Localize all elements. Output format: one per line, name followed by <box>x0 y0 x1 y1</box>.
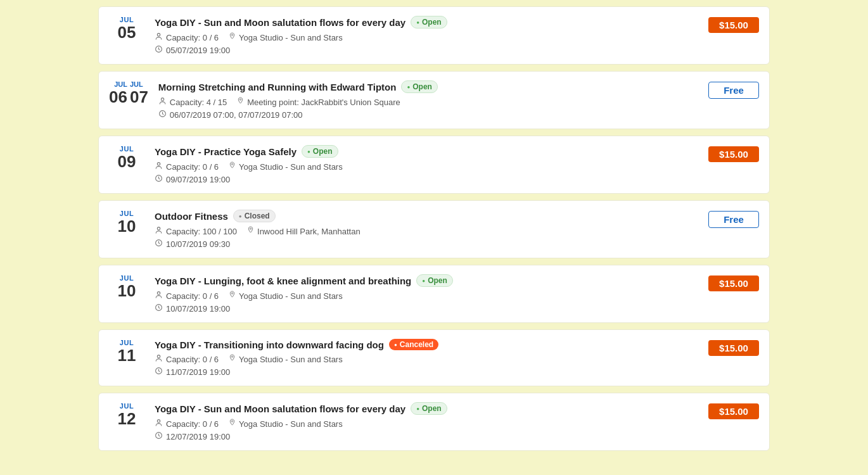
capacity-text: Capacity: 4 / 15 <box>170 98 227 107</box>
day-label: 06 <box>109 88 127 106</box>
event-meta: Capacity: 4 / 15 Meeting point: JackRabb… <box>158 97 698 107</box>
event-meta: Capacity: 0 / 6 Yoga Studio - Sun and St… <box>155 162 698 172</box>
capacity-item: Capacity: 0 / 6 <box>155 419 219 429</box>
event-card[interactable]: JUL 12 Yoga DIY - Sun and Moon salutatio… <box>98 393 770 451</box>
day-label: 10 <box>118 217 136 236</box>
event-card[interactable]: JUL 05 Yoga DIY - Sun and Moon salutatio… <box>98 6 770 65</box>
location-icon <box>229 32 236 42</box>
price-area: Free <box>708 210 759 228</box>
svg-point-18 <box>157 420 160 422</box>
event-meta: Capacity: 0 / 6 Yoga Studio - Sun and St… <box>155 291 698 301</box>
event-card[interactable]: JUL 10 Yoga DIY - Lunging, foot & knee a… <box>98 265 770 323</box>
location-icon <box>229 291 236 301</box>
svg-point-10 <box>250 228 251 229</box>
date-badge: JUL 10 <box>109 274 144 300</box>
datetime-text: 09/07/2019 19:00 <box>166 175 230 184</box>
person-icon <box>155 162 163 172</box>
capacity-text: Capacity: 0 / 6 <box>166 355 219 364</box>
capacity-text: Capacity: 0 / 6 <box>166 291 219 301</box>
title-row: Outdoor Fitness Closed <box>155 210 698 222</box>
date-badge: JUL 09 <box>109 145 144 171</box>
location-item: Yoga Studio - Sun and Stars <box>229 162 343 172</box>
svg-point-9 <box>157 227 160 230</box>
status-badge: Closed <box>233 210 276 222</box>
time-row: 10/07/2019 19:00 <box>155 303 698 314</box>
price-area: $15.00 <box>708 339 759 356</box>
location-item: Yoga Studio - Sun and Stars <box>229 419 343 429</box>
title-row: Yoga DIY - Sun and Moon salutation flows… <box>155 16 698 28</box>
status-badge: Open <box>411 16 447 28</box>
price-badge[interactable]: $15.00 <box>708 403 759 419</box>
clock-icon <box>155 367 163 377</box>
price-badge[interactable]: Free <box>708 82 759 99</box>
capacity-item: Capacity: 0 / 6 <box>155 32 219 42</box>
person-icon <box>158 97 167 107</box>
location-item: Yoga Studio - Sun and Stars <box>229 354 343 364</box>
svg-point-1 <box>231 34 233 35</box>
time-row: 10/07/2019 09:30 <box>155 239 698 249</box>
capacity-text: Capacity: 0 / 6 <box>166 33 219 42</box>
price-badge[interactable]: $15.00 <box>708 276 759 291</box>
datetime-text: 05/07/2019 19:00 <box>166 46 230 55</box>
price-badge[interactable]: $15.00 <box>708 17 759 33</box>
price-area: $15.00 <box>708 402 759 419</box>
svg-point-6 <box>157 163 160 165</box>
person-icon <box>155 32 163 42</box>
svg-point-19 <box>231 421 233 422</box>
location-text: Yoga Studio - Sun and Stars <box>239 33 343 42</box>
price-area: $15.00 <box>708 145 759 162</box>
event-meta: Capacity: 0 / 6 Yoga Studio - Sun and St… <box>155 419 698 429</box>
event-card[interactable]: JUL 09 Yoga DIY - Practice Yoga Safely O… <box>98 136 770 194</box>
datetime-text: 11/07/2019 19:00 <box>166 367 230 377</box>
event-title[interactable]: Outdoor Fitness <box>155 211 228 222</box>
event-card[interactable]: JUL 10 Outdoor Fitness Closed Capacity: … <box>98 200 770 258</box>
title-row: Yoga DIY - Sun and Moon salutation flows… <box>155 402 698 415</box>
datetime-text: 10/07/2019 19:00 <box>166 304 230 314</box>
location-text: Yoga Studio - Sun and Stars <box>239 419 343 429</box>
event-card[interactable]: JUL 11 Yoga DIY - Transitioning into dow… <box>98 329 770 386</box>
time-row: 09/07/2019 19:00 <box>155 174 698 184</box>
price-badge[interactable]: Free <box>708 211 759 228</box>
date-badge: JUL 05 <box>109 16 144 42</box>
day-label: 12 <box>118 410 136 428</box>
day-label: 10 <box>118 282 136 300</box>
location-icon <box>237 97 244 107</box>
svg-point-7 <box>231 163 233 165</box>
event-title[interactable]: Yoga DIY - Practice Yoga Safely <box>155 146 297 157</box>
event-info: Yoga DIY - Transitioning into downward f… <box>155 339 698 377</box>
status-badge: Open <box>401 80 438 93</box>
event-title[interactable]: Morning Stretching and Running with Edwa… <box>158 82 397 92</box>
date-badge: JUL 12 <box>109 402 144 428</box>
event-meta: Capacity: 100 / 100 Inwood Hill Park, Ma… <box>155 226 698 236</box>
event-info: Yoga DIY - Sun and Moon salutation flows… <box>155 16 698 55</box>
price-badge[interactable]: $15.00 <box>708 146 759 162</box>
event-info: Yoga DIY - Practice Yoga Safely Open Cap… <box>155 145 698 184</box>
person-icon <box>155 419 163 429</box>
location-text: Inwood Hill Park, Manhattan <box>257 227 361 236</box>
capacity-text: Capacity: 0 / 6 <box>166 419 219 429</box>
person-icon <box>155 226 163 236</box>
time-row: 05/07/2019 19:00 <box>155 45 698 55</box>
svg-point-12 <box>157 292 160 294</box>
svg-point-15 <box>157 355 160 358</box>
location-item: Meeting point: JackRabbit's Union Square <box>237 97 400 107</box>
event-title[interactable]: Yoga DIY - Sun and Moon salutation flows… <box>155 403 405 414</box>
price-area: $15.00 <box>708 274 759 291</box>
location-item: Yoga Studio - Sun and Stars <box>229 291 343 301</box>
price-area: $15.00 <box>708 16 759 33</box>
day-label: 05 <box>118 23 136 42</box>
event-title[interactable]: Yoga DIY - Sun and Moon salutation flows… <box>155 17 405 28</box>
capacity-item: Capacity: 0 / 6 <box>155 291 219 301</box>
location-icon <box>229 354 236 364</box>
price-badge[interactable]: $15.00 <box>708 340 759 356</box>
clock-icon <box>158 110 167 120</box>
capacity-item: Capacity: 0 / 6 <box>155 162 219 172</box>
clock-icon <box>155 431 163 441</box>
clock-icon <box>155 303 163 314</box>
status-badge: Open <box>302 145 338 158</box>
datetime-text: 06/07/2019 07:00, 07/07/2019 07:00 <box>170 110 303 120</box>
event-title[interactable]: Yoga DIY - Lunging, foot & knee alignmen… <box>155 276 411 286</box>
day-label: 09 <box>118 153 136 171</box>
event-card[interactable]: JUL JUL 06 07 Morning Stretching and Run… <box>98 71 770 129</box>
event-title[interactable]: Yoga DIY - Transitioning into downward f… <box>155 339 384 350</box>
